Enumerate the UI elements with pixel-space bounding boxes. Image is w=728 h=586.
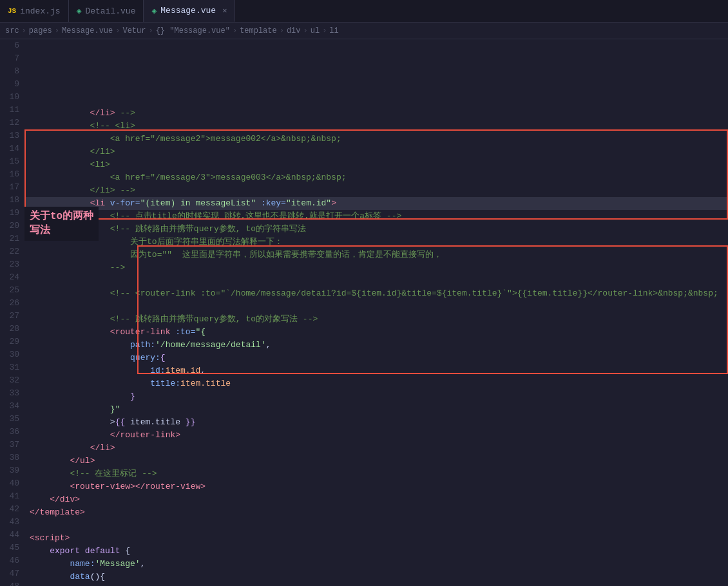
code-line-11: <a href="/message/3">message003</a>&nbsp… bbox=[24, 171, 728, 184]
code-line-13: <li v-for="(item) in messageList" :key="… bbox=[24, 197, 728, 210]
code-line-6: </li> --> bbox=[24, 107, 728, 120]
line-number-10: 10 bbox=[5, 91, 19, 104]
line-number-47: 47 bbox=[5, 567, 19, 580]
bc-div: div bbox=[287, 26, 301, 35]
bc-obj: {} "Message.vue" bbox=[156, 26, 230, 35]
vue-icon-detail: ◈ bbox=[77, 6, 82, 16]
line-number-48: 48 bbox=[5, 580, 19, 586]
code-line-30: >{{ item.title }} bbox=[24, 416, 728, 429]
bc-message-vue: Message.vue bbox=[62, 26, 113, 35]
line-number-38: 38 bbox=[5, 451, 19, 464]
code-line-40: export default { bbox=[24, 545, 728, 558]
code-line-38 bbox=[24, 519, 728, 532]
line-number-30: 30 bbox=[5, 348, 19, 361]
line-number-31: 31 bbox=[5, 361, 19, 374]
line-number-42: 42 bbox=[5, 503, 19, 516]
line-number-40: 40 bbox=[5, 477, 19, 490]
tab-bar: JS index.js ◈ Detail.vue ◈ Message.vue ✕ bbox=[0, 0, 728, 23]
annotation-tooltip: 关于to的两种写法 bbox=[24, 207, 99, 241]
line-number-25: 25 bbox=[5, 284, 19, 297]
line-numbers: 6789101112131415161718192021222324252627… bbox=[0, 39, 24, 586]
js-icon: JS bbox=[8, 7, 16, 15]
line-number-12: 12 bbox=[5, 117, 19, 129]
tab-label-message-vue: Message.vue bbox=[160, 6, 216, 15]
code-line-31: </router-link> bbox=[24, 429, 728, 442]
code-line-19 bbox=[24, 274, 728, 287]
line-number-16: 16 bbox=[5, 168, 19, 181]
code-line-17: 因为to="" 这里面是字符串，所以如果需要携带变量的话，肯定是不能直接写的， bbox=[24, 249, 728, 261]
line-number-33: 33 bbox=[5, 387, 19, 400]
code-line-29: }" bbox=[24, 403, 728, 416]
line-number-44: 44 bbox=[5, 529, 19, 542]
code-line-7: <!-- <li> bbox=[24, 120, 728, 133]
line-number-39: 39 bbox=[5, 464, 19, 477]
line-number-13: 13 bbox=[5, 129, 19, 142]
bc-vetur: Vetur bbox=[122, 26, 146, 35]
line-number-46: 46 bbox=[5, 554, 19, 567]
code-line-35: <router-view></router-view> bbox=[24, 480, 728, 493]
line-number-28: 28 bbox=[5, 323, 19, 336]
code-line-9: </li> bbox=[24, 146, 728, 158]
line-number-7: 7 bbox=[5, 52, 19, 65]
code-line-12: </li> --> bbox=[24, 184, 728, 197]
line-number-22: 22 bbox=[5, 245, 19, 258]
line-number-20: 20 bbox=[5, 220, 19, 232]
breadcrumb: src › pages › Message.vue › Vetur › {} "… bbox=[0, 23, 728, 39]
code-line-28: } bbox=[24, 390, 728, 403]
tab-message-vue[interactable]: ◈ Message.vue ✕ bbox=[144, 0, 235, 22]
code-line-24: path:'/home/message/detail', bbox=[24, 339, 728, 352]
code-line-43: return { bbox=[24, 583, 728, 586]
line-number-24: 24 bbox=[5, 271, 19, 284]
line-number-21: 21 bbox=[5, 232, 19, 245]
code-line-33: </ul> bbox=[24, 455, 728, 468]
line-number-45: 45 bbox=[5, 542, 19, 554]
code-line-34: <!-- 在这里标记 --> bbox=[24, 468, 728, 480]
code-line-25: query:{ bbox=[24, 352, 728, 364]
line-number-9: 9 bbox=[5, 78, 19, 91]
line-number-11: 11 bbox=[5, 104, 19, 117]
line-number-15: 15 bbox=[5, 155, 19, 168]
tab-detail-vue[interactable]: ◈ Detail.vue bbox=[69, 0, 144, 22]
tab-label-detail-vue: Detail.vue bbox=[85, 6, 135, 16]
line-number-26: 26 bbox=[5, 297, 19, 310]
line-number-19: 19 bbox=[5, 207, 19, 220]
line-number-43: 43 bbox=[5, 516, 19, 529]
code-line-27: title:item.title bbox=[24, 377, 728, 390]
code-line-10: <li> bbox=[24, 158, 728, 171]
line-number-27: 27 bbox=[5, 310, 19, 323]
code-line-16: 关于to后面字符串里面的写法解释一下： bbox=[24, 236, 728, 249]
bc-ul: ul bbox=[311, 26, 320, 35]
tab-index-js[interactable]: JS index.js bbox=[0, 0, 69, 22]
line-number-29: 29 bbox=[5, 336, 19, 348]
code-line-36: </div> bbox=[24, 493, 728, 506]
bc-src: src bbox=[5, 26, 19, 35]
code-area[interactable]: 关于to的两种写法 </li> --> <!-- <li> <a href="/… bbox=[24, 39, 728, 586]
code-line-41: name:'Message', bbox=[24, 558, 728, 571]
line-number-34: 34 bbox=[5, 400, 19, 413]
code-line-18: --> bbox=[24, 261, 728, 274]
code-line-22: <!-- 跳转路由并携带query参数, to的对象写法 --> bbox=[24, 313, 728, 326]
line-number-35: 35 bbox=[5, 413, 19, 426]
bc-template: template bbox=[240, 26, 277, 35]
code-line-42: data(){ bbox=[24, 571, 728, 583]
editor: 6789101112131415161718192021222324252627… bbox=[0, 39, 728, 586]
line-number-18: 18 bbox=[5, 194, 19, 207]
code-line-15: <!-- 跳转路由并携带query参数, to的字符串写法 bbox=[24, 223, 728, 236]
line-number-41: 41 bbox=[5, 490, 19, 503]
tab-close-button[interactable]: ✕ bbox=[222, 6, 227, 15]
line-number-36: 36 bbox=[5, 426, 19, 439]
code-line-20: <!-- <router-link :to="`/home/message/de… bbox=[24, 287, 728, 300]
line-number-6: 6 bbox=[5, 39, 19, 52]
line-number-37: 37 bbox=[5, 439, 19, 451]
tab-label-index-js: index.js bbox=[20, 6, 60, 16]
code-line-32: </li> bbox=[24, 442, 728, 455]
line-number-14: 14 bbox=[5, 142, 19, 155]
code-line-8: <a href="/message2">message002</a>&nbsp;… bbox=[24, 133, 728, 146]
line-number-23: 23 bbox=[5, 258, 19, 271]
bc-pages: pages bbox=[29, 26, 52, 35]
bc-li: li bbox=[329, 26, 338, 35]
line-number-32: 32 bbox=[5, 374, 19, 387]
line-number-8: 8 bbox=[5, 65, 19, 78]
code-line-14: <!-- 点击title的时候实现 跳转,这里也不是跳转,就是打开一个a标签 -… bbox=[24, 210, 728, 223]
vue-icon-message: ◈ bbox=[151, 6, 157, 16]
